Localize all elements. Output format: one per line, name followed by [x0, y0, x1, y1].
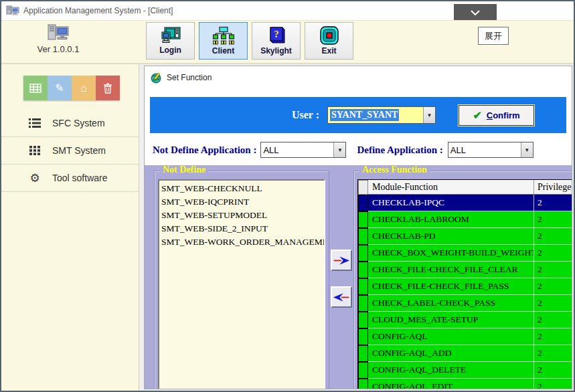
row-header-cell[interactable] — [358, 328, 368, 345]
access-table: Module-Function Privilege CHECKLAB-IPQC2… — [357, 179, 572, 389]
toolbar-band: Ver 1.0.0.1 Login — [1, 20, 574, 63]
row-header-cell[interactable] — [358, 195, 368, 211]
not-define-listbox[interactable]: SMT_WEB-CHECKNULLSMT_WEB-IQCPRINTSMT_WEB… — [158, 179, 325, 389]
module-function-cell: CHECK_LABEL-CHECK_PASS — [368, 295, 534, 312]
user-combobox[interactable]: SYANT_SYANT ▼ — [327, 106, 436, 124]
module-function-cell: CHECK_BOX_WEIGHT-BUILD_WEIGHT — [368, 245, 534, 262]
privilege-cell: 2 — [534, 278, 572, 295]
privilege-cell: 2 — [534, 211, 572, 228]
table-row[interactable]: CONFIG-AQL_ADD2 — [358, 345, 572, 362]
sidebar-item-smt-system[interactable]: SMT System — [1, 137, 139, 165]
list-item[interactable]: SMT_WEB-IQCPRINT — [161, 195, 324, 209]
list-item[interactable]: SMT_WEB-SETUPMODEL — [161, 209, 324, 222]
client-button[interactable]: Client — [199, 22, 248, 60]
list-item[interactable]: SMT_WEB-SIDE_2_INPUT — [161, 222, 324, 235]
pencil-action-button[interactable]: ✎ — [48, 76, 72, 100]
row-header-cell[interactable] — [358, 262, 368, 278]
app-icon — [6, 5, 19, 16]
home-action-button[interactable]: ⌂ — [72, 76, 96, 100]
privilege-cell: 2 — [534, 362, 572, 379]
row-header-cell[interactable] — [358, 362, 368, 379]
row-header-cell[interactable] — [358, 312, 368, 328]
exit-button[interactable]: Exit — [305, 22, 353, 60]
panel-header: Set Function — [145, 68, 572, 88]
row-header-cell[interactable] — [358, 345, 368, 362]
privilege-cell: 2 — [534, 262, 572, 278]
skylight-button[interactable]: ? Skylight — [252, 22, 301, 60]
main-panel: Set Function User : SYANT_SYANT ▼ ✔ Conf… — [144, 66, 572, 389]
collapse-chevron-button[interactable] — [454, 4, 497, 21]
dropdown-arrow-icon[interactable]: ▼ — [423, 107, 435, 123]
list-item[interactable]: SMT_WEB-WORK_ORDER_MANAGEMENT — [161, 235, 324, 249]
row-header-cell[interactable] — [358, 295, 368, 312]
chevron-down-icon — [471, 10, 480, 15]
grid-action-button[interactable] — [23, 76, 48, 100]
arrow-left-icon — [333, 292, 350, 303]
table-row[interactable]: CONFIG-AQL2 — [358, 328, 572, 345]
skylight-label: Skylight — [260, 46, 292, 56]
module-function-cell: CHECKLAB-LABROOM — [368, 211, 534, 228]
table-row[interactable]: CONFIG-AQL_EDIT2 — [358, 379, 572, 389]
define-application-combobox[interactable]: ALL ▼ — [448, 142, 533, 158]
row-header-cell[interactable] — [358, 211, 368, 228]
corner-cell — [358, 180, 368, 195]
not-define-application-label: Not Define Application : — [153, 144, 256, 156]
access-table-header: Module-Function Privilege — [358, 180, 572, 195]
list-item[interactable]: SMT_WEB-CHECKNULL — [161, 182, 324, 195]
user-bar: User : SYANT_SYANT ▼ ✔ Confirm — [150, 97, 566, 133]
table-row[interactable]: CHECK_BOX_WEIGHT-BUILD_WEIGHT2 — [358, 245, 572, 262]
table-row[interactable]: CHECK_LABEL-CHECK_PASS2 — [358, 295, 572, 312]
login-label: Login — [159, 45, 181, 55]
exit-icon — [319, 26, 339, 45]
sidebar-item-sfc-system[interactable]: SFC System — [1, 110, 139, 137]
arrow-right-icon — [333, 255, 350, 266]
access-function-groupbox: Access Function Module-Function Privileg… — [353, 171, 572, 389]
skylight-icon: ? — [267, 26, 286, 45]
confirm-label: Confirm — [487, 110, 520, 120]
set-function-icon — [151, 72, 162, 84]
row-header-cell[interactable] — [358, 228, 368, 245]
sidebar-item-label: SMT System — [52, 145, 106, 156]
client-label: Client — [212, 46, 234, 56]
version-label: Ver 1.0.0.1 — [15, 44, 102, 54]
module-function-cell: CONFIG-AQL_DELETE — [368, 362, 534, 379]
trash-action-button[interactable] — [96, 76, 120, 100]
module-function-column-header: Module-Function — [368, 180, 534, 195]
module-function-cell: CHECKLAB-IPQC — [368, 195, 534, 211]
define-application-label: Define Application : — [357, 144, 442, 156]
sidebar-menu: SFC System SMT System ⚙ Tool software — [1, 110, 139, 192]
title-bar: Application Management System - [Client] — [1, 1, 574, 20]
app-window: Application Management System - [Client]… — [0, 0, 575, 392]
row-header-cell[interactable] — [358, 245, 368, 262]
table-row[interactable]: CHECK_FILE-CHECK_FILE_CLEAR2 — [358, 262, 572, 278]
user-combobox-value: SYANT_SYANT — [328, 107, 423, 123]
client-icon — [213, 27, 234, 45]
dropdown-arrow-icon[interactable]: ▼ — [333, 142, 345, 157]
table-row[interactable]: CONFIG-AQL_DELETE2 — [358, 362, 572, 379]
version-block: Ver 1.0.0.1 — [15, 22, 102, 54]
row-header-cell[interactable] — [358, 379, 368, 389]
sidebar-item-label: Tool software — [52, 173, 107, 183]
row-header-cell[interactable] — [358, 278, 368, 295]
table-row[interactable]: CLOUD_MES_ATE-SETUP2 — [358, 312, 572, 328]
login-button[interactable]: Login — [146, 22, 195, 60]
table-row[interactable]: CHECKLAB-IPQC2 — [358, 195, 572, 211]
privilege-cell: 2 — [534, 228, 572, 245]
list-icon — [28, 118, 42, 128]
expand-button[interactable]: 展开 — [478, 27, 509, 45]
check-icon: ✔ — [473, 109, 481, 122]
privilege-column-header: Privilege — [534, 180, 572, 195]
module-function-cell: CHECKLAB-PD — [368, 228, 534, 245]
sidebar-item-tool-software[interactable]: ⚙ Tool software — [1, 165, 139, 192]
table-row[interactable]: CHECK_FILE-CHECK_FILE_PASS2 — [358, 278, 572, 295]
not-define-application-combobox[interactable]: ALL ▼ — [260, 142, 346, 158]
move-right-button[interactable] — [331, 250, 352, 271]
move-left-button[interactable] — [331, 286, 352, 308]
table-row[interactable]: CHECKLAB-PD2 — [358, 228, 572, 245]
dropdown-arrow-icon[interactable]: ▼ — [521, 142, 533, 157]
table-row[interactable]: CHECKLAB-LABROOM2 — [358, 211, 572, 228]
module-function-cell: CHECK_FILE-CHECK_FILE_CLEAR — [368, 262, 534, 278]
sidebar-item-label: SFC System — [52, 118, 105, 128]
home-icon: ⌂ — [80, 82, 87, 94]
confirm-button[interactable]: ✔ Confirm — [459, 105, 534, 126]
